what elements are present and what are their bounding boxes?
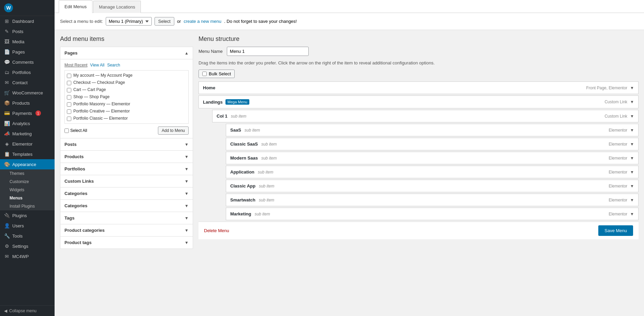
menu-item-chevron-icon-classic-app[interactable]: ▼ [630,184,634,189]
select-all-checkbox[interactable] [64,129,69,133]
product-categories-accordion: Product categories▼ [60,224,193,236]
sidebar-item-posts[interactable]: ✎Posts [0,26,55,36]
sidebar-label-templates: Templates [12,152,32,157]
sidebar-item-pages[interactable]: 📄Pages [0,47,55,57]
sidebar-item-tools[interactable]: 🔧Tools [0,231,55,241]
pages-tab-view-all[interactable]: View All [90,63,104,67]
create-new-menu-link[interactable]: create a new menu [184,19,221,24]
sidebar-item-portfolios[interactable]: 🗂Portfolios [0,67,55,77]
menu-item-left-application: Applicationsub item [230,169,273,175]
select-button[interactable]: Select [155,17,174,26]
sidebar-sub-widgets[interactable]: Widgets [0,186,55,194]
menu-name-input[interactable] [227,47,309,56]
two-column-layout: Add menu items Pages ▲ Most Recent View … [55,30,644,254]
sidebar-item-settings[interactable]: ⚙Settings [0,241,55,251]
sidebar-item-templates[interactable]: 📋Templates [0,149,55,159]
pages-accordion-header[interactable]: Pages ▲ [60,47,193,59]
menu-item-chevron-icon-home[interactable]: ▼ [630,86,634,90]
tags-accordion-header[interactable]: Tags▼ [60,212,193,224]
sidebar-sub-customize[interactable]: Customize [0,178,55,186]
analytics-icon: 📊 [4,121,10,126]
bulk-select-button[interactable]: Bulk Select [199,70,235,78]
sidebar-item-marketing[interactable]: 📣Marketing [0,129,55,139]
categories2-accordion-header[interactable]: Categories▼ [60,200,193,212]
portfolios-accordion-header[interactable]: Portfolios▼ [60,163,193,175]
page-checkbox[interactable] [67,95,71,100]
page-label: My account — My Account Page [73,73,132,78]
sidebar-sub-menus[interactable]: Menus [0,194,55,202]
sidebar-item-appearance[interactable]: 🎨Appearance [0,159,55,169]
sidebar-label-mc4wp: MC4WP [12,254,29,259]
pages-tab-search[interactable]: Search [107,63,120,67]
menu-item-chevron-icon-application[interactable]: ▼ [630,170,634,175]
pages-tab-most-recent[interactable]: Most Recent [64,63,87,67]
menu-item-type-saas: Elementor [609,128,627,133]
menu-item-name-col1: Col 1 [217,114,228,119]
page-label: Portfolio Creative — Elementor [73,109,130,114]
menu-item-chevron-icon-classic-saas[interactable]: ▼ [630,142,634,147]
sidebar-item-products[interactable]: 📦Products [0,98,55,108]
page-checkbox[interactable] [67,117,71,121]
sidebar-label-elementor: Elementor [12,141,32,147]
sidebar-sub-install-plugins[interactable]: Install Plugins [0,202,55,210]
menu-item-chevron-icon-saas[interactable]: ▼ [630,128,634,133]
menu-name-label: Menu Name [199,49,223,54]
menu-item-chevron-icon-col1[interactable]: ▼ [630,114,634,119]
sidebar-label-woocommerce: WooCommerce [12,90,43,95]
select-all-label[interactable]: Select All [64,128,87,133]
add-to-menu-button[interactable]: Add to Menu [158,126,189,135]
sidebar-item-analytics[interactable]: 📊Analytics [0,118,55,129]
menu-item-left-saas: SaaSsub item [230,127,260,133]
categories-accordion-header[interactable]: Categories▼ [60,187,193,199]
page-item: Portfolio Creative — Elementor [67,108,186,115]
page-checkbox[interactable] [67,74,71,78]
bulk-select-checkbox[interactable] [202,72,207,76]
sidebar-item-media[interactable]: 🖼Media [0,36,55,47]
posts-accordion-header[interactable]: Posts▼ [60,138,193,150]
sidebar-label-marketing: Marketing [12,131,32,136]
page-item: Portfolio Masonry — Elementor [67,101,186,108]
sidebar-item-woocommerce[interactable]: 🛒WooCommerce [0,88,55,98]
sidebar-item-mc4wp[interactable]: ✉MC4WP [0,251,55,261]
sidebar-item-comments[interactable]: 💬Comments [0,57,55,67]
delete-menu-link[interactable]: Delete Menu [204,228,229,233]
menu-item-sublabel-marketing: sub item [254,212,270,216]
sidebar-sub-themes[interactable]: Themes [0,169,55,178]
menu-item-chevron-icon-modern-saas[interactable]: ▼ [630,156,634,161]
comments-icon: 💬 [4,59,10,65]
menu-item-left-classic-app: Classic Appsub item [230,183,274,189]
page-checkbox[interactable] [67,81,71,85]
page-label: Portfolio Classic — Elementor [73,116,128,121]
menu-item-chevron-icon-marketing[interactable]: ▼ [630,212,634,216]
tab-edit-menus[interactable]: Edit Menus [59,0,92,13]
categories2-label: Categories [64,203,87,208]
product-categories-accordion-header[interactable]: Product categories▼ [60,224,193,236]
menu-item-type-modern-saas: Elementor [609,156,627,161]
custom-links-accordion-header[interactable]: Custom Links▼ [60,175,193,187]
menu-item-name-marketing: Marketing [230,211,251,216]
tabs-bar: Edit MenusManage Locations [55,0,644,13]
menu-item-chevron-icon-smartwatch[interactable]: ▼ [630,198,634,202]
sidebar-item-dashboard[interactable]: ⊞Dashboard [0,16,55,26]
menu-item-application: Applicationsub itemElementor▼ [226,166,639,178]
menu-item-name-smartwatch: Smartwatch [230,197,255,202]
settings-icon: ⚙ [4,243,10,249]
products-accordion-header[interactable]: Products▼ [60,151,193,163]
sidebar-item-users[interactable]: 👤Users [0,221,55,231]
save-menu-button[interactable]: Save Menu [598,225,633,236]
page-checkbox[interactable] [67,109,71,114]
sidebar-item-plugins[interactable]: 🔌Plugins [0,210,55,221]
tab-manage-locations[interactable]: Manage Locations [93,1,141,13]
collapse-menu-btn[interactable]: ◀ Collapse menu [0,305,55,316]
menu-item-chevron-icon-landings[interactable]: ▼ [630,100,634,104]
page-checkbox[interactable] [67,88,71,92]
menu-structure-panel: Menu structure Menu Name Drag the items … [199,35,639,239]
product-tags-accordion-header[interactable]: Product tags▼ [60,237,193,249]
sidebar-item-payments[interactable]: 💳Payments1 [0,108,55,118]
sidebar-label-dashboard: Dashboard [12,19,34,24]
sidebar-item-contact[interactable]: ✉Contact [0,77,55,88]
page-checkbox[interactable] [67,102,71,107]
menu-select-dropdown[interactable]: Menu 1 (Primary) [106,17,152,26]
mc4wp-icon: ✉ [4,254,10,259]
sidebar-item-elementor[interactable]: ◈Elementor [0,139,55,149]
